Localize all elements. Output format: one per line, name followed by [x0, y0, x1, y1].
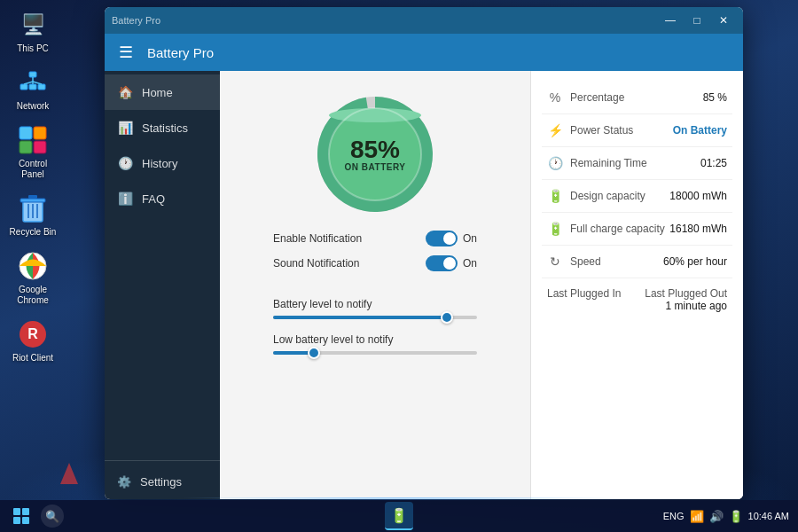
battery-percent-text: 85%: [350, 137, 400, 162]
title-bar-left: Battery Pro: [105, 15, 160, 26]
full-charge-value: 16180 mWh: [669, 223, 727, 235]
control-panel-label: Control Panel: [7, 159, 59, 180]
enable-notification-state: On: [463, 232, 477, 245]
main-content: 85% ON BATTERY Enable Notification On: [220, 71, 743, 499]
full-charge-key: Full charge capacity: [570, 223, 665, 235]
riot-label: Riot Client: [12, 353, 53, 364]
desktop: 🖥️ This PC Network: [0, 0, 798, 532]
this-pc-icon: 🖥️: [17, 9, 49, 41]
low-battery-label: Low battery level to notify: [273, 333, 477, 346]
low-battery-track: [273, 351, 477, 355]
stat-left-design-capacity: 🔋 Design capacity: [547, 189, 645, 203]
settings-icon: ⚙️: [117, 475, 131, 489]
title-controls: — □ ✕: [658, 12, 736, 29]
sidebar-item-home[interactable]: 🏠 Home: [105, 74, 220, 110]
windows-logo-icon: [13, 508, 29, 524]
recycle-bin-label: Recycle Bin: [10, 227, 57, 238]
last-plugged-out-time: 1 minute ago: [645, 300, 727, 312]
recycle-bin-icon: [17, 192, 49, 224]
svg-marker-25: [60, 463, 78, 484]
sidebar-statistics-label: Statistics: [142, 121, 188, 135]
full-charge-icon: 🔋: [547, 222, 563, 236]
enable-notification-label: Enable Notification: [273, 232, 362, 245]
taskbar-battery-pro[interactable]: 🔋: [385, 502, 413, 530]
battery-level-thumb[interactable]: [441, 311, 453, 324]
svg-rect-1: [20, 84, 27, 90]
battery-level-track: [273, 316, 477, 319]
svg-text:R: R: [27, 326, 38, 341]
chrome-icon: [17, 250, 49, 282]
sound-notification-label: Sound Notification: [273, 257, 359, 270]
faq-icon: ℹ️: [117, 192, 133, 206]
stat-row-power-status: ⚡ Power Status On Battery: [542, 114, 732, 147]
svg-rect-7: [20, 127, 32, 139]
history-icon: 🕐: [117, 156, 133, 170]
last-plugged-out-group: Last Plugged Out 1 minute ago: [645, 287, 727, 312]
sound-notification-row: Sound Notification On: [273, 255, 477, 271]
enable-notification-row: Enable Notification On: [273, 231, 477, 246]
remaining-time-key: Remaining Time: [570, 157, 647, 169]
sliders-section: Battery level to notify Low battery leve…: [273, 298, 477, 369]
svg-rect-16: [28, 195, 37, 199]
app-title: Battery Pro: [147, 45, 214, 60]
power-status-value: On Battery: [673, 124, 727, 137]
low-battery-thumb[interactable]: [308, 347, 320, 359]
title-bar-app-name: Battery Pro: [112, 15, 160, 26]
control-panel-icon: [17, 124, 49, 156]
desktop-icons: 🖥️ This PC Network: [7, 9, 59, 364]
network-icon: [17, 66, 49, 98]
maximize-button[interactable]: □: [685, 12, 709, 29]
speed-key: Speed: [570, 255, 601, 268]
stat-row-percentage: % Percentage 85 %: [542, 82, 732, 114]
close-button[interactable]: ✕: [711, 12, 736, 29]
sidebar: 🏠 Home 📊 Statistics 🕐 History ℹ️ FAQ: [105, 71, 220, 499]
desktop-icon-control-panel[interactable]: Control Panel: [7, 124, 59, 180]
design-capacity-key: Design capacity: [570, 190, 645, 202]
sidebar-item-faq[interactable]: ℹ️ FAQ: [105, 181, 220, 216]
desktop-icon-this-pc[interactable]: 🖥️ This PC: [7, 9, 59, 54]
sound-notification-toggle[interactable]: [426, 255, 458, 271]
wifi-icon: 📶: [690, 510, 704, 523]
percentage-icon: %: [547, 90, 563, 105]
taskbar-right: ENG 📶 🔊 🔋 10:46 AM: [663, 510, 798, 523]
speed-value: 60% per hour: [663, 255, 727, 268]
notifications-section: Enable Notification On Sound Notificatio…: [273, 231, 477, 280]
percentage-key: Percentage: [570, 91, 624, 104]
riot-icon: R: [17, 318, 49, 350]
language-indicator: ENG: [663, 511, 685, 521]
stat-left-remaining-time: 🕐 Remaining Time: [547, 156, 647, 170]
svg-rect-0: [29, 72, 36, 77]
svg-rect-15: [20, 199, 45, 202]
stat-row-full-charge: 🔋 Full charge capacity 16180 mWh: [542, 213, 732, 246]
sidebar-home-label: Home: [142, 86, 173, 99]
settings-label: Settings: [140, 475, 182, 489]
home-icon: 🏠: [117, 85, 133, 99]
taskbar-tray: ENG 📶 🔊 🔋 10:46 AM: [663, 510, 789, 523]
app-header: ☰ Battery Pro: [105, 34, 743, 71]
app-window: Battery Pro — □ ✕ ☰ Battery Pro 🏠 Home: [105, 7, 743, 499]
remaining-time-value: 01:25: [700, 157, 727, 169]
design-capacity-icon: 🔋: [547, 189, 563, 203]
stat-left-speed: ↻ Speed: [547, 254, 601, 269]
search-button[interactable]: 🔍: [41, 505, 64, 528]
desktop-icon-riot[interactable]: R Riot Client: [7, 318, 59, 364]
sidebar-item-statistics[interactable]: 📊 Statistics: [105, 110, 220, 145]
sound-notification-toggle-group: On: [426, 255, 477, 271]
sound-notification-state: On: [463, 257, 477, 270]
desktop-icon-recycle-bin[interactable]: Recycle Bin: [7, 192, 59, 238]
network-label: Network: [17, 101, 50, 112]
sidebar-item-history[interactable]: 🕐 History: [105, 145, 220, 181]
search-icon: 🔍: [45, 510, 59, 523]
svg-rect-10: [34, 141, 46, 153]
hamburger-menu-button[interactable]: ☰: [119, 43, 133, 62]
remaining-time-icon: 🕐: [547, 156, 563, 170]
minimize-button[interactable]: —: [658, 12, 683, 29]
desktop-icon-network[interactable]: Network: [7, 66, 59, 112]
sidebar-item-settings[interactable]: ⚙️ Settings: [117, 475, 207, 489]
start-button[interactable]: [5, 500, 37, 532]
svg-rect-3: [38, 84, 45, 90]
this-pc-label: This PC: [17, 43, 49, 54]
battery-level-label: Battery level to notify: [273, 298, 477, 310]
enable-notification-toggle[interactable]: [426, 231, 458, 246]
desktop-icon-chrome[interactable]: Google Chrome: [7, 250, 59, 306]
